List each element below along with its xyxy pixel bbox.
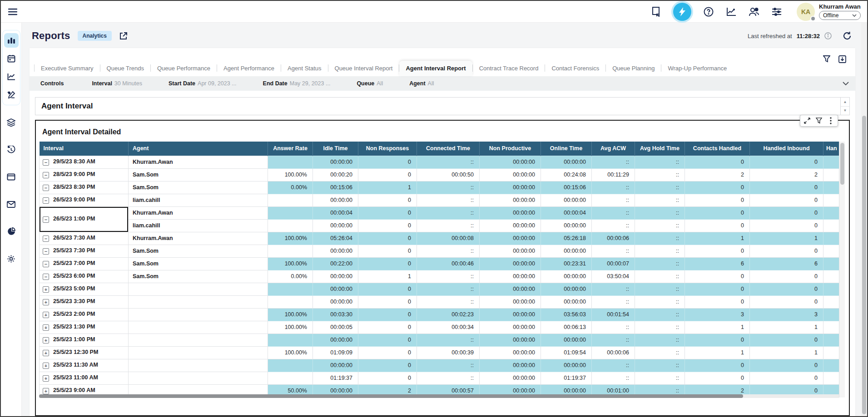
tab-queue-interval-report[interactable]: Queue Interval Report <box>328 61 399 76</box>
tab-queue-trends[interactable]: Queue Trends <box>100 61 150 76</box>
sidebar-item-reporting[interactable] <box>4 224 19 239</box>
page-scrollbar-thumb[interactable] <box>862 116 866 414</box>
spinner-up-icon[interactable]: ▲ <box>841 98 849 107</box>
tab-wrap-up-performance[interactable]: Wrap-Up Performance <box>661 61 733 76</box>
column-header-non-responses[interactable]: Non Responses <box>358 142 417 156</box>
tab-contact-forensics[interactable]: Contact Forensics <box>545 61 605 76</box>
sidebar-item-trends[interactable] <box>4 69 19 84</box>
expand-toggle-icon[interactable]: + <box>43 312 49 318</box>
column-header-idle-time[interactable]: Idle Time <box>313 142 358 156</box>
hamburger-menu-icon[interactable] <box>8 8 17 15</box>
collapse-toggle-icon[interactable]: − <box>43 197 49 204</box>
column-header-avg-acw[interactable]: Avg ACW <box>592 142 635 156</box>
control-filter-interval[interactable]: Interval30 Minutes <box>92 80 142 87</box>
interval-cell[interactable]: −25/5/23 7:30 PM <box>40 245 129 257</box>
spinner-down-icon[interactable]: ▼ <box>841 107 849 115</box>
collapse-toggle-icon[interactable]: − <box>43 216 49 223</box>
tab-agent-interval-report[interactable]: Agent Interval Report <box>399 61 472 76</box>
column-header-avg-hold-time[interactable]: Avg Hold Time <box>635 142 685 156</box>
interval-cell[interactable]: −28/5/23 8:30 PM <box>40 181 129 194</box>
sidebar-item-calendar[interactable] <box>4 51 19 66</box>
tab-queue-planning[interactable]: Queue Planning <box>606 61 661 76</box>
interval-cell[interactable]: −26/5/23 7:30 AM <box>40 232 129 245</box>
expand-toggle-icon[interactable]: + <box>43 388 49 394</box>
avatar[interactable]: KA <box>797 3 815 21</box>
table-vertical-scrollbar[interactable] <box>839 142 845 397</box>
interval-cell[interactable]: +25/5/23 3:30 PM <box>40 295 129 308</box>
expand-toggle-icon[interactable]: + <box>43 286 49 293</box>
collapse-toggle-icon[interactable]: − <box>43 159 49 166</box>
table-vertical-scrollbar-thumb[interactable] <box>840 143 844 185</box>
interval-cell[interactable]: +25/5/23 11:30 AM <box>40 359 129 372</box>
notes-icon[interactable] <box>650 6 661 17</box>
interval-cell[interactable]: −28/5/23 9:00 PM <box>40 168 129 181</box>
interval-cell[interactable]: +25/5/23 5:00 PM <box>40 283 129 295</box>
column-header-han[interactable]: Han <box>823 142 839 156</box>
column-header-answer-rate[interactable]: Answer Rate <box>268 142 313 156</box>
tab-agent-status[interactable]: Agent Status <box>281 61 327 76</box>
download-icon[interactable] <box>838 55 846 63</box>
external-link-icon[interactable] <box>119 32 128 40</box>
tab-contract-trace-record[interactable]: Contract Trace Record <box>473 61 545 76</box>
column-header-interval[interactable]: Interval <box>40 142 129 156</box>
expand-toggle-icon[interactable]: + <box>43 350 49 356</box>
sidebar-item-history[interactable] <box>4 142 19 157</box>
sidebar-item-settings[interactable] <box>4 251 19 266</box>
column-header-agent[interactable]: Agent <box>129 142 268 156</box>
collapse-toggle-icon[interactable]: − <box>43 172 49 178</box>
interval-cell[interactable]: +25/5/23 2:00 PM <box>40 308 129 321</box>
table-horizontal-scrollbar-thumb[interactable] <box>39 394 743 398</box>
sidebar-item-reports[interactable] <box>4 33 19 48</box>
expand-toggle-icon[interactable]: + <box>43 324 49 331</box>
expand-widget-icon[interactable] <box>802 116 812 125</box>
help-icon[interactable] <box>703 6 714 17</box>
widget-list-item[interactable]: Agent Interval <box>35 97 841 115</box>
tab-executive-summary[interactable]: Executive Summary <box>35 61 100 76</box>
metrics-icon[interactable] <box>726 6 737 17</box>
info-icon[interactable] <box>824 32 832 39</box>
sidebar-item-layers[interactable] <box>4 115 19 130</box>
column-header-non-productive[interactable]: Non Productive <box>480 142 541 156</box>
control-filter-agent[interactable]: AgentAll <box>409 80 434 87</box>
interval-cell[interactable]: −25/5/23 6:00 PM <box>40 270 129 283</box>
page-scrollbar[interactable] <box>861 23 867 416</box>
interval-cell[interactable]: +25/5/23 1:30 PM <box>40 321 129 334</box>
collapse-toggle-icon[interactable]: − <box>43 261 49 267</box>
expand-toggle-icon[interactable]: + <box>43 375 49 382</box>
interval-cell[interactable]: −25/5/23 7:00 PM <box>40 257 129 270</box>
column-header-connected-time[interactable]: Connected Time <box>417 142 480 156</box>
collapse-toggle-icon[interactable]: − <box>43 274 49 280</box>
interval-cell[interactable]: +25/5/23 1:00 PM <box>40 334 129 346</box>
widget-kebab-menu-icon[interactable] <box>826 116 836 125</box>
controls-chevron-down-icon[interactable] <box>843 82 849 85</box>
interval-cell[interactable]: +25/5/23 12:30 PM <box>40 346 129 359</box>
control-filter-queue[interactable]: QueueAll <box>357 80 383 87</box>
expand-toggle-icon[interactable]: + <box>43 337 49 343</box>
interval-cell[interactable]: +25/5/23 11:00 AM <box>40 372 129 384</box>
status-dropdown[interactable]: Offline <box>819 11 861 20</box>
column-header-online-time[interactable]: Online Time <box>541 142 592 156</box>
agents-icon[interactable] <box>749 6 759 17</box>
settings-sliders-icon[interactable] <box>771 6 782 17</box>
column-header-contacts-handled[interactable]: Contacts Handled <box>685 142 750 156</box>
widget-filter-icon[interactable] <box>814 116 824 125</box>
quick-connect-bolt-icon[interactable] <box>673 3 691 21</box>
filter-icon[interactable] <box>823 55 830 63</box>
collapse-toggle-icon[interactable]: − <box>43 185 49 191</box>
column-header-handled-inbound[interactable]: Handled Inbound <box>750 142 823 156</box>
collapse-toggle-icon[interactable]: − <box>43 248 49 255</box>
sidebar-item-window[interactable] <box>4 170 19 184</box>
tab-agent-performance[interactable]: Agent Performance <box>217 61 281 76</box>
collapse-toggle-icon[interactable]: − <box>43 235 49 242</box>
sidebar-item-mail[interactable] <box>4 197 19 211</box>
sidebar-item-designer[interactable] <box>4 88 19 102</box>
interval-cell[interactable]: −29/5/23 8:30 AM <box>40 156 129 168</box>
control-filter-end-date[interactable]: End DateMay 29, 2023 ... <box>263 80 331 87</box>
refresh-icon[interactable] <box>843 31 852 40</box>
expand-toggle-icon[interactable]: + <box>43 299 49 305</box>
interval-cell[interactable]: −26/5/23 1:00 PM <box>40 206 129 232</box>
expand-toggle-icon[interactable]: + <box>43 363 49 369</box>
control-filter-start-date[interactable]: Start DateApr 09, 2023 ... <box>169 80 237 87</box>
table-horizontal-scrollbar[interactable] <box>39 394 839 398</box>
controls-bar[interactable]: Controls Interval30 MinutesStart DateApr… <box>30 76 855 91</box>
